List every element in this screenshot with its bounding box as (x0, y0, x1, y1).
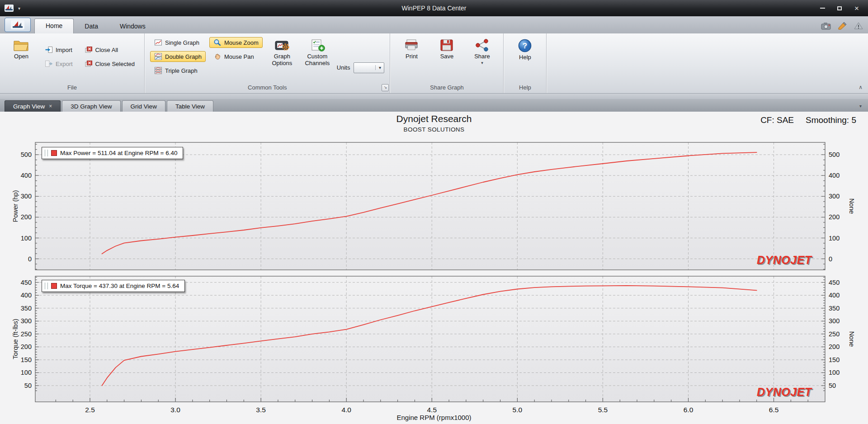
triple-graph-icon (154, 67, 162, 74)
svg-text:250: 250 (21, 330, 32, 338)
common-tools-dialog-launcher[interactable]: ↘ (382, 84, 389, 91)
graph-options-label: Graph Options (268, 53, 297, 66)
triple-graph-button[interactable]: Triple Graph (150, 65, 206, 76)
svg-text:300: 300 (829, 317, 840, 325)
smoothing-value: Smoothing: 5 (806, 115, 856, 125)
units-dropdown[interactable]: ▾ (354, 62, 384, 73)
collapse-ribbon-icon[interactable]: ∧ (859, 84, 863, 90)
single-graph-icon (154, 39, 162, 46)
custom-channels-button[interactable]: Custom Channels (302, 35, 333, 84)
tab-home[interactable]: Home (34, 19, 74, 33)
double-graph-label: Double Graph (165, 53, 202, 60)
units-label: Units (337, 64, 350, 71)
svg-text:200: 200 (829, 343, 840, 350)
alerts-icon[interactable] (854, 22, 863, 30)
tab-list-dropdown-icon[interactable]: ▾ (859, 104, 862, 108)
tab-windows[interactable]: Windows (109, 19, 156, 33)
single-graph-button[interactable]: Single Graph (150, 37, 206, 48)
print-button[interactable]: Print (396, 35, 427, 84)
tab-table-view[interactable]: Table View (167, 100, 213, 112)
svg-text:50: 50 (24, 382, 32, 389)
minimize-button[interactable] (814, 2, 831, 14)
svg-text:300: 300 (21, 317, 32, 325)
svg-text:4.0: 4.0 (341, 406, 351, 414)
window-title: WinPEP 8 Data Center (0, 5, 868, 12)
help-label: Help (519, 54, 531, 61)
ribbon-group-share-graph: Print Save Share ▾ Share Graph (390, 33, 504, 93)
x-axis-title: Engine RPM (rpmx1000) (0, 414, 868, 421)
maximize-icon (837, 6, 842, 10)
svg-text:200: 200 (829, 213, 840, 221)
double-graph-button[interactable]: Double Graph (150, 51, 206, 62)
svg-text:0: 0 (28, 255, 32, 263)
application-menu-button[interactable] (5, 18, 31, 32)
help-icon: ? (517, 38, 533, 53)
svg-text:5.5: 5.5 (598, 406, 608, 414)
svg-text:3.0: 3.0 (170, 406, 180, 414)
triple-graph-label: Triple Graph (165, 67, 198, 74)
close-icon: × (854, 5, 859, 12)
svg-text:100: 100 (829, 369, 840, 376)
tab-data[interactable]: Data (74, 19, 109, 33)
custom-channels-icon (309, 38, 326, 52)
document-tab-bar: Graph View × 3D Graph View Grid View Tab… (0, 99, 868, 112)
mouse-pan-button[interactable]: Mouse Pan (209, 51, 263, 62)
help-button[interactable]: ? Help (509, 35, 541, 84)
tab-grid-view[interactable]: Grid View (122, 100, 165, 112)
ribbon-tab-row: Home Data Windows (0, 16, 868, 33)
tab-close-icon[interactable]: × (49, 103, 52, 109)
svg-text:50: 50 (829, 382, 836, 389)
open-folder-icon (13, 38, 29, 52)
mouse-zoom-button[interactable]: Mouse Zoom (209, 37, 263, 48)
svg-text:6.0: 6.0 (684, 406, 693, 414)
graph-subtitle: BOOST SOLUTIONS (0, 126, 868, 133)
graph-view-panel: 0010010020020030030040040050050050501001… (0, 112, 868, 424)
svg-text:200: 200 (21, 213, 32, 221)
svg-text:400: 400 (21, 172, 32, 179)
share-button[interactable]: Share ▾ (466, 35, 498, 84)
cf-value: CF: SAE (760, 115, 794, 125)
power-legend[interactable]: Max Power = 511.04 at Engine RPM = 6.40 (42, 147, 183, 159)
screenshot-icon[interactable] (821, 22, 831, 30)
close-all-button[interactable]: Close All (80, 44, 139, 55)
file-group-label: File (0, 84, 144, 93)
maximize-button[interactable] (831, 2, 848, 14)
theme-brush-icon[interactable] (837, 22, 847, 30)
mouse-pan-label: Mouse Pan (224, 53, 254, 60)
close-all-icon (85, 46, 93, 53)
graph-options-button[interactable]: Graph Options (266, 35, 298, 84)
import-label: Import (56, 47, 72, 53)
common-tools-group-label: Common Tools ↘ (145, 84, 390, 93)
save-button[interactable]: Save (431, 35, 462, 84)
torque-y-axis-label: Torque (ft-lbs) (12, 319, 19, 359)
ribbon-gap (0, 94, 868, 99)
tab-graph-view[interactable]: Graph View × (5, 100, 61, 112)
tab-3d-graph-view[interactable]: 3D Graph View (62, 100, 120, 112)
share-label: Share (474, 53, 490, 60)
single-graph-label: Single Graph (165, 39, 199, 46)
svg-text:5.0: 5.0 (513, 406, 523, 414)
ribbon: Open Import Export (0, 33, 868, 94)
open-button[interactable]: Open (5, 35, 37, 84)
svg-text:100: 100 (21, 235, 32, 242)
help-group-label: Help (504, 84, 546, 93)
svg-text:400: 400 (829, 172, 840, 179)
close-button[interactable]: × (848, 2, 865, 14)
minimize-icon (820, 8, 825, 9)
titlebar: ▾ WinPEP 8 Data Center × (0, 0, 868, 16)
import-button[interactable]: Import (41, 44, 77, 55)
export-icon (45, 60, 53, 67)
close-all-label: Close All (95, 47, 118, 53)
svg-text:100: 100 (829, 235, 840, 242)
quick-access-dropdown-icon[interactable]: ▾ (18, 6, 20, 11)
svg-text:350: 350 (829, 305, 840, 312)
svg-text:300: 300 (829, 193, 840, 200)
torque-legend-text: Max Torque = 437.30 at Engine RPM = 5.64 (60, 283, 179, 289)
torque-legend[interactable]: Max Torque = 437.30 at Engine RPM = 5.64 (42, 280, 185, 292)
close-selected-button[interactable]: Close Selected (80, 58, 139, 69)
save-icon (439, 38, 454, 52)
export-button[interactable]: Export (41, 58, 77, 69)
share-icon (474, 38, 490, 52)
svg-text:2.5: 2.5 (85, 406, 95, 414)
ribbon-group-help: ? Help Help (504, 33, 547, 93)
